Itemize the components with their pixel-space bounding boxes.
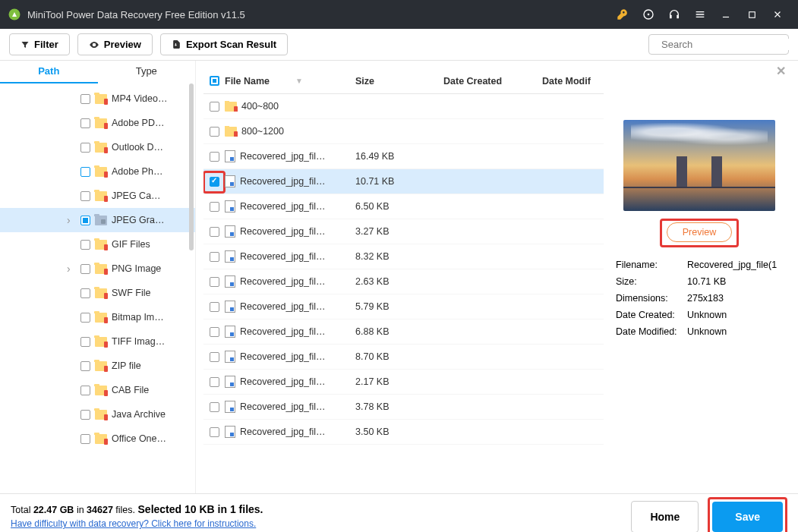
file-icon [225, 175, 235, 187]
menu-icon[interactable] [693, 8, 707, 21]
file-row[interactable]: Recovered_jpg_fil…3.50 KB [203, 420, 604, 445]
file-icon [225, 200, 235, 212]
row-checkbox[interactable] [210, 327, 219, 337]
disc-icon[interactable] [642, 8, 655, 21]
tree-item[interactable]: CAB File [0, 378, 195, 402]
row-checkbox[interactable] [210, 427, 219, 437]
file-row[interactable]: Recovered_jpg_fil…8.70 KB [203, 345, 604, 370]
tree-item[interactable]: Adobe PD… [0, 111, 195, 135]
select-all-checkbox[interactable] [210, 76, 219, 86]
col-modified[interactable]: Date Modif [542, 76, 604, 87]
file-row[interactable]: Recovered_jpg_fil…6.88 KB [203, 320, 604, 345]
tree-checkbox[interactable] [80, 118, 90, 128]
tree-checkbox[interactable] [80, 434, 90, 444]
file-row[interactable]: Recovered_jpg_fil…6.50 KB [203, 194, 604, 219]
tree-checkbox[interactable] [80, 288, 90, 298]
file-row[interactable]: Recovered_jpg_fil…2.63 KB [203, 269, 604, 294]
maximize-icon[interactable] [745, 8, 759, 21]
row-checkbox[interactable] [210, 177, 219, 187]
tree-item[interactable]: ZIP file [0, 354, 195, 378]
tree-item[interactable]: Office One… [0, 427, 195, 451]
row-checkbox[interactable] [210, 252, 219, 262]
tree-item[interactable]: SWF File [0, 281, 195, 305]
save-button[interactable]: Save [712, 502, 783, 532]
file-row[interactable]: Recovered_jpg_fil…10.71 KB [203, 169, 604, 194]
search-input[interactable] [648, 34, 789, 55]
folder-icon [95, 313, 107, 323]
row-checkbox[interactable] [210, 377, 219, 387]
tree-item[interactable]: PNG Image [0, 257, 195, 281]
folder-icon [95, 191, 107, 201]
row-checkbox[interactable] [210, 277, 219, 287]
tree-checkbox[interactable] [80, 216, 90, 225]
file-row[interactable]: Recovered_jpg_fil…2.17 KB [203, 370, 604, 395]
tree-checkbox[interactable] [80, 410, 90, 420]
row-checkbox[interactable] [210, 127, 219, 137]
row-checkbox[interactable] [210, 402, 219, 412]
file-row[interactable]: Recovered_jpg_fil…8.32 KB [203, 244, 604, 269]
export-button[interactable]: Export Scan Result [160, 33, 288, 55]
row-checkbox[interactable] [210, 352, 219, 362]
tree-label: Office One… [112, 433, 166, 444]
row-checkbox[interactable] [210, 227, 219, 237]
tree-checkbox[interactable] [80, 94, 90, 104]
tree-checkbox[interactable] [80, 264, 90, 274]
row-checkbox[interactable] [210, 152, 219, 162]
tab-type[interactable]: Type [98, 61, 196, 83]
home-button[interactable]: Home [631, 501, 699, 533]
export-icon [172, 39, 181, 49]
tree-label: Adobe Ph… [112, 166, 162, 177]
file-row[interactable]: 400~800 [203, 94, 604, 119]
tree-checkbox[interactable] [80, 143, 90, 153]
file-row[interactable]: Recovered_jpg_fil…5.79 KB [203, 294, 604, 320]
tree-checkbox[interactable] [80, 337, 90, 347]
file-name: Recovered_jpg_fil… [240, 376, 326, 387]
row-checkbox[interactable] [210, 102, 219, 112]
file-size: 8.70 KB [355, 351, 443, 362]
tree-item[interactable]: JPEG Gra… [0, 208, 195, 232]
tab-path[interactable]: Path [0, 61, 98, 83]
folder-icon [95, 240, 107, 250]
key-icon[interactable] [616, 8, 629, 21]
tree-item[interactable]: TIFF Imag… [0, 329, 195, 354]
folder-icon [95, 143, 107, 153]
tree-checkbox[interactable] [80, 361, 90, 371]
tree-checkbox[interactable] [80, 191, 90, 201]
tree[interactable]: MP4 Video…Adobe PD…Outlook D…Adobe Ph…JP… [0, 83, 195, 493]
tree-item[interactable]: JPEG Ca… [0, 184, 195, 208]
file-row[interactable]: Recovered_jpg_fil…16.49 KB [203, 144, 604, 169]
minimize-icon[interactable] [719, 8, 733, 21]
tree-checkbox[interactable] [80, 313, 90, 323]
preview-close-icon[interactable]: ✕ [776, 64, 786, 78]
meta-modified-label: Date Modified: [616, 323, 687, 340]
file-row[interactable]: 800~1200 [203, 119, 604, 144]
titlebar: MiniTool Power Data Recovery Free Editio… [0, 0, 798, 29]
help-link[interactable]: Have difficulty with data recovery? Clic… [11, 517, 263, 530]
filter-button[interactable]: Filter [9, 33, 70, 55]
preview-button[interactable]: Preview [77, 33, 153, 55]
row-checkbox[interactable] [210, 302, 219, 312]
headphones-icon[interactable] [667, 8, 681, 21]
close-icon[interactable] [771, 8, 784, 21]
tree-checkbox[interactable] [80, 167, 90, 177]
tree-item[interactable]: Adobe Ph… [0, 159, 195, 184]
file-row[interactable]: Recovered_jpg_fil…3.78 KB [203, 395, 604, 420]
col-size[interactable]: Size [355, 76, 443, 87]
file-row[interactable]: Recovered_jpg_fil…3.27 KB [203, 219, 604, 244]
col-filename[interactable]: File Name▼ [225, 76, 355, 87]
tree-item[interactable]: Java Archive [0, 402, 195, 427]
tree-checkbox[interactable] [80, 386, 90, 395]
tree-item[interactable]: GIF Files [0, 232, 195, 257]
tree-item[interactable]: Outlook D… [0, 135, 195, 159]
row-checkbox[interactable] [210, 202, 219, 212]
preview-open-button[interactable]: Preview [667, 222, 732, 242]
col-created[interactable]: Date Created [443, 76, 542, 87]
file-size: 2.17 KB [355, 376, 443, 387]
tree-item[interactable]: Bitmap Im… [0, 305, 195, 329]
svg-rect-4 [677, 15, 679, 19]
folder-icon [95, 361, 107, 371]
file-list[interactable]: 400~800800~1200Recovered_jpg_fil…16.49 K… [203, 94, 604, 493]
folder-icon [95, 167, 107, 177]
tree-item[interactable]: MP4 Video… [0, 87, 195, 111]
tree-checkbox[interactable] [80, 240, 90, 250]
